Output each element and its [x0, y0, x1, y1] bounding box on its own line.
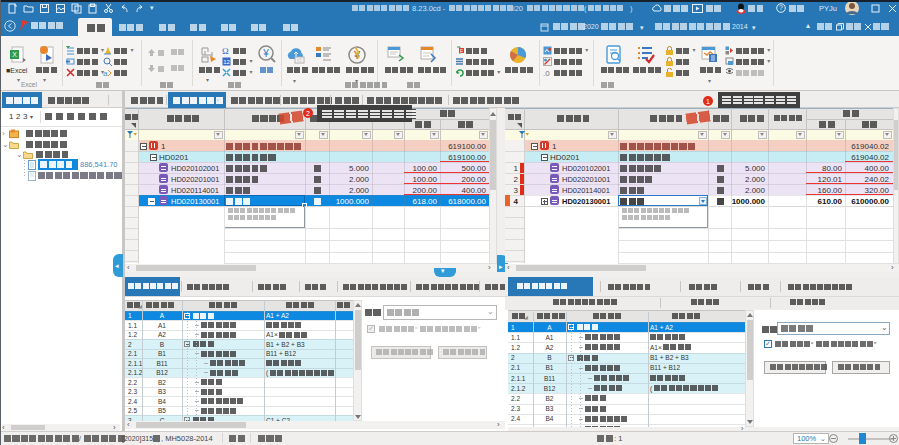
svg-text:a: a: [103, 69, 108, 77]
svg-text:?: ?: [779, 4, 783, 11]
svg-text:Ω: Ω: [222, 46, 229, 55]
svg-text:X: X: [12, 51, 17, 58]
svg-text:.0: .0: [543, 69, 550, 77]
svg-text:¥: ¥: [262, 48, 269, 59]
svg-text:12: 12: [223, 59, 230, 65]
svg-text:F: F: [460, 48, 463, 54]
